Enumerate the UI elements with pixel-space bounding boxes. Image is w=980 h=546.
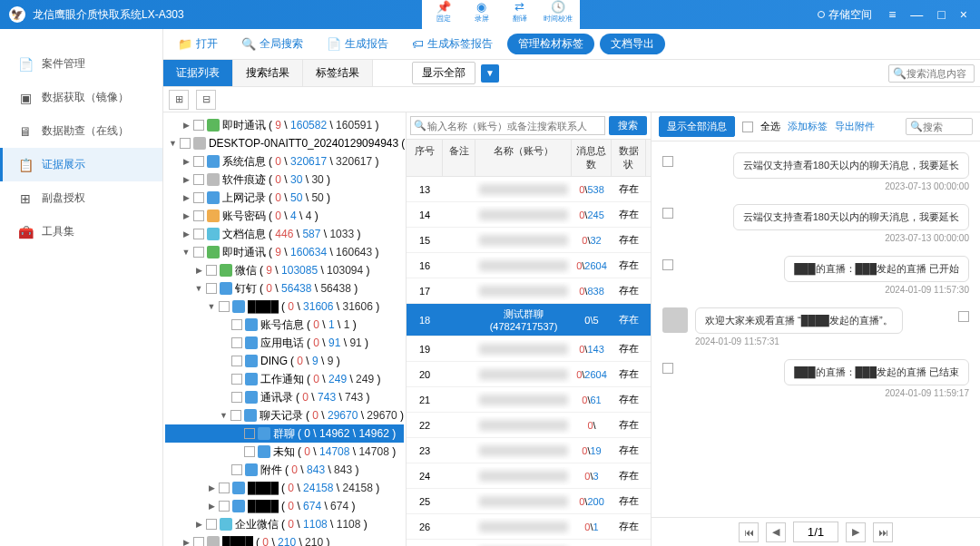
contact-row[interactable]: 270\227存在 <box>407 540 651 546</box>
contact-row[interactable]: 18测试群聊 (47824717537)0\5存在 <box>407 304 651 336</box>
pager-next-icon[interactable]: ▶ <box>846 522 866 542</box>
menu-icon[interactable]: ≡ <box>885 7 899 22</box>
contact-row[interactable]: 200\2604存在 <box>407 362 651 387</box>
contact-table-body[interactable]: 130\538存在140\245存在150\32存在160\2604存在170\… <box>407 177 651 546</box>
contact-row[interactable]: 240\3存在 <box>407 463 651 489</box>
tree-node[interactable]: 附件( 0 \ 843 \ 843 ) <box>165 461 404 479</box>
tree-node[interactable]: ▶████( 0 \ 210 \ 210 ) <box>165 533 404 546</box>
close-icon[interactable]: × <box>956 7 971 22</box>
tree-node[interactable]: ▶系统信息( 0 \ 320617 \ 320617 ) <box>165 152 404 171</box>
filter-dropdown-icon[interactable]: ▼ <box>481 64 499 83</box>
message-search[interactable]: 🔍 <box>906 118 973 135</box>
titlebar-tool[interactable]: 🕓时间校准 <box>540 0 576 27</box>
tree-node[interactable]: ▶软件痕迹( 0 \ 30 \ 30 ) <box>165 171 404 189</box>
contact-row[interactable]: 140\245存在 <box>407 202 651 228</box>
collapse-tree-icon[interactable]: ⊟ <box>196 90 216 110</box>
maximize-icon[interactable]: □ <box>934 7 948 22</box>
sidebar-item[interactable]: ▣数据获取（镜像） <box>0 81 162 114</box>
show-all-messages-button[interactable]: 显示全部消息 <box>659 116 735 137</box>
contact-search-input[interactable] <box>410 116 605 135</box>
message-checkbox[interactable] <box>662 156 673 167</box>
tree-node[interactable]: ▼DESKTOP-0NAITT0_20240129094943( 455 \ <box>165 134 404 152</box>
toolbar-button[interactable]: 📄生成报告 <box>318 33 397 55</box>
content-search[interactable]: 🔍 <box>888 64 975 83</box>
pager-first-icon[interactable]: ⏮ <box>739 522 759 542</box>
toolbar-button[interactable]: 🏷生成标签报告 <box>403 33 502 55</box>
result-tab[interactable]: 证据列表 <box>163 60 233 86</box>
tree-node[interactable]: ▼聊天记录( 0 \ 29670 \ 29670 ) <box>165 406 404 424</box>
export-attachment-link[interactable]: 导出附件 <box>835 120 875 133</box>
content-search-input[interactable] <box>906 68 970 79</box>
tree-node[interactable]: 应用电话( 0 \ 91 \ 91 ) <box>165 334 404 352</box>
contact-row[interactable]: 230\19存在 <box>407 438 651 463</box>
contact-row[interactable]: 160\2604存在 <box>407 253 651 278</box>
contact-row[interactable]: 190\143存在 <box>407 336 651 362</box>
tree-node[interactable]: ▼钉钉( 0 \ 56438 \ 56438 ) <box>165 279 404 297</box>
tree-node[interactable]: ▶文档信息( 446 \ 587 \ 1033 ) <box>165 225 404 243</box>
tree-node[interactable]: 工作通知( 0 \ 249 \ 249 ) <box>165 370 404 388</box>
tree-node[interactable]: ▶账号密码( 0 \ 4 \ 4 ) <box>165 207 404 225</box>
message-checkbox[interactable] <box>662 363 673 374</box>
tree-node[interactable]: 未知( 0 \ 14708 \ 14708 ) <box>165 443 404 461</box>
tree-node[interactable]: 账号信息( 0 \ 1 \ 1 ) <box>165 316 404 334</box>
search-button[interactable]: 搜索 <box>609 116 647 135</box>
minimize-icon[interactable]: — <box>906 7 926 22</box>
tree-node[interactable]: 通讯录( 0 \ 743 \ 743 ) <box>165 388 404 406</box>
tree-node[interactable]: ▼████( 0 \ 31606 \ 31606 ) <box>165 297 404 316</box>
table-header-cell[interactable]: 数据状 <box>612 140 646 176</box>
tree-node[interactable]: ▼即时通讯( 9 \ 160634 \ 160643 ) <box>165 243 404 261</box>
contact-row[interactable]: 260\1存在 <box>407 514 651 540</box>
expand-tree-icon[interactable]: ⊞ <box>169 90 189 110</box>
table-header-cell[interactable]: 消息总数 <box>572 140 612 176</box>
tree-node[interactable]: DING( 0 \ 9 \ 9 ) <box>165 352 404 370</box>
table-header-cell[interactable]: 序号 <box>407 140 443 176</box>
titlebar-tool[interactable]: ⇄翻译 <box>502 0 538 27</box>
contact-row[interactable]: 150\32存在 <box>407 228 651 253</box>
toolbar-chip[interactable]: 管理检材标签 <box>507 34 594 54</box>
contact-row[interactable]: 250\200存在 <box>407 489 651 514</box>
table-header-cell[interactable]: 名称（账号） <box>475 140 572 176</box>
sidebar-item[interactable]: ⊞副盘授权 <box>0 181 162 215</box>
toolbar-chip[interactable]: 文档导出 <box>600 34 665 54</box>
evidence-tree[interactable]: ▶即时通讯( 9 \ 160582 \ 160591 )▼DESKTOP-0NA… <box>163 112 407 546</box>
sidebar-item[interactable]: 🖥数据勘查（在线） <box>0 114 162 148</box>
tree-node[interactable]: ▶微信( 9 \ 103085 \ 103094 ) <box>165 261 404 279</box>
result-tab[interactable]: 标签结果 <box>303 60 373 86</box>
toolbar-button[interactable]: 📁打开 <box>169 33 227 55</box>
select-all-checkbox[interactable] <box>742 122 753 132</box>
contact-row[interactable]: 220\存在 <box>407 413 651 438</box>
pager-last-icon[interactable]: ⏭ <box>873 522 893 542</box>
message-list[interactable]: 云端仅支持查看180天以内的聊天消息，我要延长2023-07-13 00:00:… <box>652 141 980 517</box>
tree-node[interactable]: ▶即时通讯( 9 \ 160582 \ 160591 ) <box>165 116 404 134</box>
tree-node[interactable]: ▶████( 0 \ 674 \ 674 ) <box>165 497 404 515</box>
chat-message[interactable]: ███的直播：███发起的直播 已开始2024-01-09 11:57:30 <box>662 256 969 295</box>
message-search-input[interactable] <box>923 122 968 132</box>
contact-row[interactable]: 170\838存在 <box>407 278 651 304</box>
storage-indicator[interactable]: 存储空间 <box>818 7 872 23</box>
chat-message[interactable]: 欢迎大家来观看直播 “████发起的直播”。2024-01-09 11:57:3… <box>662 307 969 346</box>
message-checkbox[interactable] <box>662 208 673 219</box>
tree-node[interactable]: ▶上网记录( 0 \ 50 \ 50 ) <box>165 189 404 207</box>
table-header-cell[interactable]: 备注 <box>443 140 475 176</box>
chat-message[interactable]: 云端仅支持查看180天以内的聊天消息，我要延长2023-07-13 00:00:… <box>662 152 969 191</box>
tree-node[interactable]: ▶████( 0 \ 24158 \ 24158 ) <box>165 479 404 497</box>
toolbar-button[interactable]: 🔍全局搜索 <box>232 33 312 55</box>
contact-row[interactable]: 210\61存在 <box>407 387 651 413</box>
tree-node[interactable]: ▶企业微信( 0 \ 1108 \ 1108 ) <box>165 515 404 533</box>
titlebar-tool[interactable]: 📌固定 <box>426 0 462 27</box>
sidebar-item[interactable]: 🧰工具集 <box>0 215 162 249</box>
result-tab[interactable]: 搜索结果 <box>233 60 303 86</box>
chat-message[interactable]: 云端仅支持查看180天以内的聊天消息，我要延长2023-07-13 00:00:… <box>662 204 969 243</box>
add-tag-link[interactable]: 添加标签 <box>788 120 828 133</box>
chat-message[interactable]: ███的直播：███发起的直播 已结束2024-01-09 11:59:17 <box>662 359 969 398</box>
contact-row[interactable]: 130\538存在 <box>407 177 651 202</box>
sidebar-item[interactable]: 📋证据展示 <box>0 148 162 181</box>
titlebar-tool[interactable]: ◉录屏 <box>464 0 500 27</box>
pager-prev-icon[interactable]: ◀ <box>766 522 786 542</box>
message-checkbox[interactable] <box>662 259 673 270</box>
message-checkbox[interactable] <box>958 311 969 322</box>
sidebar-item[interactable]: 📄案件管理 <box>0 47 162 81</box>
tree-node[interactable]: 群聊( 0 \ 14962 \ 14962 ) <box>165 424 404 443</box>
show-all-filter[interactable]: 显示全部 <box>412 62 475 84</box>
pager-input[interactable] <box>793 522 838 542</box>
